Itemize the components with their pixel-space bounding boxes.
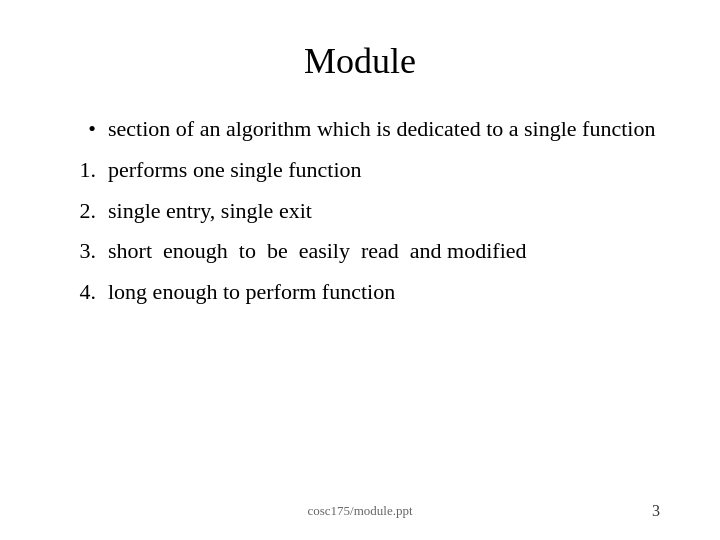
number-marker-1: 1.	[60, 155, 108, 186]
slide-title: Module	[60, 40, 660, 82]
list-text-4: long enough to perform function	[108, 277, 660, 308]
list-item: 2. single entry, single exit	[60, 196, 660, 227]
bullet-marker: •	[60, 114, 108, 145]
list-text-2: single entry, single exit	[108, 196, 660, 227]
slide: Module • section of an algorithm which i…	[0, 0, 720, 540]
list-text-3: short enough to be easily read and modif…	[108, 236, 660, 267]
number-marker-3: 3.	[60, 236, 108, 267]
footer-page: 3	[460, 502, 660, 520]
list-text: section of an algorithm which is dedicat…	[108, 114, 660, 145]
footer-source: cosc175/module.ppt	[260, 503, 460, 519]
number-marker-4: 4.	[60, 277, 108, 308]
number-marker-2: 2.	[60, 196, 108, 227]
list-item: 4. long enough to perform function	[60, 277, 660, 308]
list-text-1: performs one single function	[108, 155, 660, 186]
slide-footer: cosc175/module.ppt 3	[0, 502, 720, 520]
list-item: 3. short enough to be easily read and mo…	[60, 236, 660, 267]
list-item: • section of an algorithm which is dedic…	[60, 114, 660, 145]
list-item: 1. performs one single function	[60, 155, 660, 186]
content-area: • section of an algorithm which is dedic…	[60, 114, 660, 510]
